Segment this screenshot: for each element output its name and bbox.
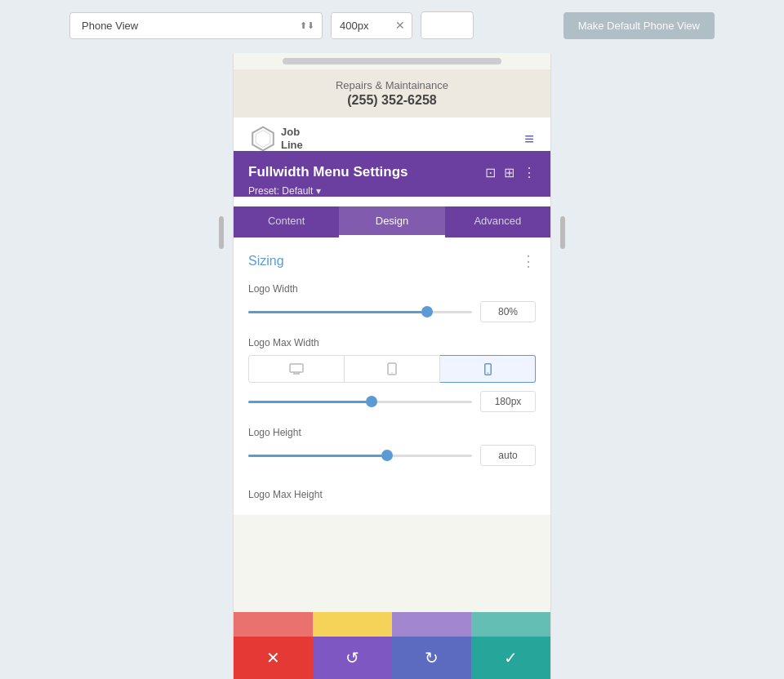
logo-height-label: Logo Height xyxy=(248,427,536,438)
device-selector xyxy=(248,355,536,383)
info-bar: Repairs & Maintainance (255) 352-6258 xyxy=(234,69,550,118)
logo-height-input[interactable] xyxy=(480,445,536,466)
logo-width-input[interactable] xyxy=(480,301,536,322)
logo-height-slider[interactable] xyxy=(248,455,472,457)
logo-text: Job Line xyxy=(281,126,303,151)
panel-tabs: Content Design Advanced xyxy=(234,206,550,237)
info-bar-phone: (255) 352-6258 xyxy=(243,93,541,108)
top-bar: Phone View Desktop View Tablet View ⬆⬇ 4… xyxy=(69,11,715,39)
logo-max-width-fill xyxy=(248,401,372,403)
cancel-button[interactable]: ✕ xyxy=(234,637,313,679)
logo-width-slider-row xyxy=(248,301,536,322)
main-area: Repairs & Maintainance (255) 352-6258 Jo… xyxy=(0,53,784,679)
logo-width-label: Logo Width xyxy=(248,283,536,295)
logo-max-width-input[interactable] xyxy=(480,391,536,412)
logo-width-thumb[interactable] xyxy=(421,306,433,317)
desktop-view-btn[interactable] xyxy=(248,355,345,383)
svg-point-7 xyxy=(391,372,393,374)
tab-content[interactable]: Content xyxy=(234,206,339,237)
desktop-icon xyxy=(289,363,304,375)
settings-panel: Fullwidth Menu Settings ⊡ ⊞ ⋮ Preset: De… xyxy=(234,151,550,515)
bottom-color-strip xyxy=(234,612,550,637)
tablet-view-btn[interactable] xyxy=(345,355,440,383)
logo-width-slider[interactable] xyxy=(248,311,472,313)
section-title: Sizing xyxy=(248,254,284,268)
tablet-icon xyxy=(387,362,397,375)
tab-advanced[interactable]: Advanced xyxy=(445,206,550,237)
panel-body: Sizing ⋮ 1 Logo Width xyxy=(234,237,550,515)
panel-layout-icon[interactable]: ⊞ xyxy=(504,165,514,180)
logo-max-width-field: 2 Logo Max Width xyxy=(248,337,536,412)
hamburger-icon[interactable]: ≡ xyxy=(524,130,534,149)
logo-hex-icon xyxy=(250,126,276,152)
panel-title: Fullwidth Menu Settings xyxy=(248,164,408,180)
panel-more-icon[interactable]: ⋮ xyxy=(523,165,536,180)
panel-header-top: Fullwidth Menu Settings ⊡ ⊞ ⋮ xyxy=(248,164,536,180)
logo-max-width-slider-row xyxy=(248,391,536,412)
svg-point-9 xyxy=(487,372,488,374)
svg-rect-2 xyxy=(290,364,303,372)
bottom-action-bar: ✕ ↺ ↻ ✓ xyxy=(234,637,550,679)
logo-area: Job Line xyxy=(250,126,303,152)
phone-icon xyxy=(484,363,492,375)
view-select-wrapper: Phone View Desktop View Tablet View ⬆⬇ xyxy=(69,12,323,39)
tab-design[interactable]: Design xyxy=(339,206,444,237)
scroll-handle-right[interactable] xyxy=(560,216,565,249)
panel-expand-icon[interactable]: ⊡ xyxy=(485,165,496,180)
logo-width-fill xyxy=(248,311,427,313)
undo-button[interactable]: ↺ xyxy=(313,637,392,679)
logo-height-fill xyxy=(248,455,387,457)
px-extra-box xyxy=(421,11,474,39)
section-header: Sizing ⋮ xyxy=(248,252,536,270)
logo-height-thumb[interactable] xyxy=(381,450,393,461)
logo-height-field: Logo Height xyxy=(248,427,536,466)
logo-max-width-thumb[interactable] xyxy=(366,396,377,407)
logo-max-height-label: Logo Max Height xyxy=(248,481,536,500)
make-default-button[interactable]: Make Default Phone View xyxy=(564,12,715,39)
phone-view-btn[interactable] xyxy=(440,355,536,383)
view-select[interactable]: Phone View Desktop View Tablet View xyxy=(69,12,323,39)
px-input-wrapper: 400px ✕ xyxy=(331,12,412,39)
section-more-icon[interactable]: ⋮ xyxy=(521,252,536,270)
preview-scrollbar xyxy=(283,58,501,64)
panel-header-icons: ⊡ ⊞ ⋮ xyxy=(485,165,536,180)
logo-height-slider-row xyxy=(248,445,536,466)
info-bar-title: Repairs & Maintainance xyxy=(243,79,541,91)
save-button[interactable]: ✓ xyxy=(471,637,550,679)
logo-max-width-slider[interactable] xyxy=(248,401,472,403)
panel-preset[interactable]: Preset: Default ▾ xyxy=(248,185,536,197)
svg-marker-1 xyxy=(256,131,270,148)
scroll-handle-left[interactable] xyxy=(219,216,224,249)
px-clear-button[interactable]: ✕ xyxy=(389,14,412,37)
logo-max-width-label: Logo Max Width xyxy=(248,337,536,348)
panel-header: Fullwidth Menu Settings ⊡ ⊞ ⋮ Preset: De… xyxy=(234,151,550,197)
logo-width-field: 1 Logo Width xyxy=(248,283,536,322)
px-input[interactable]: 400px xyxy=(332,13,389,38)
phone-preview: Repairs & Maintainance (255) 352-6258 Jo… xyxy=(233,53,551,679)
redo-button[interactable]: ↻ xyxy=(392,637,471,679)
